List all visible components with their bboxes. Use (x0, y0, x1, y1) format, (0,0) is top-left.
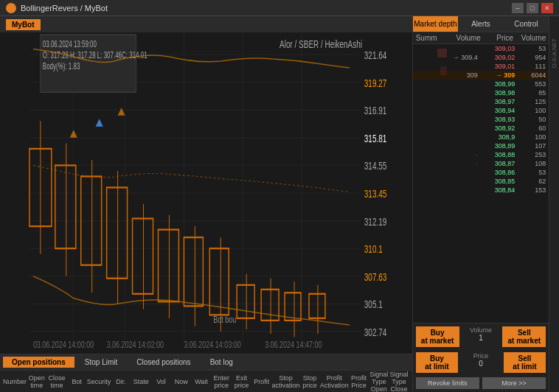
market-depth-panel[interactable]: Summ Volume Price Volume 309,03 53 → 309… (413, 32, 549, 323)
titlebar-left: BollingerRevers / MyBot (6, 3, 108, 13)
app-icon (6, 3, 16, 13)
vertical-sidebar: O-S-A.NET (549, 16, 559, 392)
tab-open-positions[interactable]: Open positions (3, 357, 74, 368)
col-stop-price: Stop price (299, 374, 319, 389)
md-row-buy-4[interactable]: 308,94 100 (413, 106, 549, 115)
col-vol: Vol (151, 378, 171, 385)
price-label: Price (459, 352, 502, 360)
svg-text:321.64: 321.64 (364, 49, 386, 62)
col-signal-type-open: Signal Type Open (369, 371, 389, 393)
volume-value: 1 (459, 334, 503, 342)
col-bot: Bot (67, 378, 87, 385)
volume-label: Volume (459, 326, 503, 334)
col-now: Now (171, 378, 191, 385)
price-value: 0 (459, 360, 502, 368)
minimize-button[interactable]: – (512, 3, 524, 13)
price-col: Price 0 (459, 352, 502, 375)
svg-text:O: 317.28 H: 317.28 L: 307.46C: O: 317.28 H: 317.28 L: 307.46C: 314.01 (43, 50, 147, 60)
right-panel: Market depth Alerts Control Summ Volume … (413, 16, 549, 392)
svg-text:3.06.2024 14:03:00: 3.06.2024 14:03:00 (184, 340, 240, 350)
md-col-volume: Volume (448, 34, 481, 42)
main-layout: MyBot (0, 16, 559, 392)
col-dir: Dir. (111, 378, 131, 385)
col-security: Security (87, 378, 111, 385)
close-button[interactable]: ✕ (541, 3, 553, 13)
svg-text:Alor / SBER / HeikenAshi: Alor / SBER / HeikenAshi (280, 38, 362, 51)
col-stop-activation: Stop activation (271, 374, 299, 389)
buy-at-limit-button[interactable]: Buyat limit (416, 352, 459, 373)
svg-text:3.06.2024 14:47:00: 3.06.2024 14:47:00 (265, 340, 322, 350)
col-wait: Wait (191, 378, 211, 385)
tab-market-depth[interactable]: Market depth (413, 16, 459, 32)
svg-text:03.06.2024 13:59:00: 03.06.2024 13:59:00 (43, 39, 97, 49)
svg-text:314.55: 314.55 (364, 159, 386, 172)
md-row-buy-11[interactable]: 308,86 53 (413, 168, 549, 177)
positions-table-header: Number Open time Close time Bot Security… (0, 370, 412, 392)
tab-control[interactable]: Control (504, 16, 549, 32)
col-open-time: Open time (27, 374, 46, 389)
col-profit-price: Profit Price (349, 374, 369, 389)
col-number: Number (3, 378, 27, 385)
revoke-limits-button[interactable]: Revoke limits (416, 377, 479, 389)
more-button[interactable]: More >> (482, 377, 546, 389)
svg-text:315.81: 315.81 (364, 132, 386, 145)
mybot-tab-bar: MyBot (0, 16, 412, 32)
bottom-tabs: Open positions Stop Limit Closed positio… (0, 354, 412, 370)
md-row-buy-2[interactable]: 308,98 85 (413, 88, 549, 97)
col-profit-activation: Profit Activation (320, 374, 349, 389)
tab-closed-positions[interactable]: Closed positions (128, 357, 199, 368)
md-row-buy-7[interactable]: 308,9 100 (413, 133, 549, 141)
md-row-buy-13[interactable]: 308,84 153 (413, 186, 549, 195)
svg-text:Body(%): 1.83: Body(%): 1.83 (43, 61, 80, 71)
sell-at-market-col: Sellat market (502, 326, 546, 349)
svg-text:319.27: 319.27 (364, 77, 386, 90)
md-row-buy-12[interactable]: 308,85 62 (413, 177, 549, 186)
sell-at-limit-col: Sellat limit (504, 352, 546, 375)
col-close-time: Close time (46, 374, 66, 389)
order-row-2: Buyat limit Price 0 Sellat limit (416, 352, 546, 375)
buy-at-limit-col: Buyat limit (416, 352, 459, 375)
maximize-button[interactable]: □ (527, 3, 538, 13)
md-row-buy-10[interactable]: · 308,87 108 (413, 159, 549, 168)
sell-at-market-button[interactable]: Sellat market (502, 326, 546, 347)
md-row-buy-1[interactable]: 308,99 553 (413, 80, 549, 88)
window-controls: – □ ✕ (512, 3, 553, 13)
svg-text:313.45: 313.45 (364, 187, 386, 200)
sidebar-label: O-S-A.NET (551, 38, 558, 68)
md-header: Summ Volume Price Volume (413, 32, 549, 44)
md-row-buy-5[interactable]: 308,93 50 (413, 115, 549, 124)
tab-bot-log[interactable]: Bot log (201, 357, 242, 368)
svg-text:312.19: 312.19 (364, 214, 386, 228)
chart-area[interactable]: 03.06.2024 13:59:00 O: 317.28 H: 317.28 … (0, 32, 412, 354)
col-signal-type-close: Signal Type Close (389, 371, 409, 393)
svg-text:310.1: 310.1 (364, 242, 383, 256)
svg-text:3.06.2024 14:02:00: 3.06.2024 14:02:00 (107, 340, 164, 350)
tab-stop-limit[interactable]: Stop Limit (76, 357, 126, 368)
svg-text:302.74: 302.74 (364, 326, 386, 339)
md-row-sell-3[interactable]: 309,01 111 (413, 62, 549, 71)
md-row-sell-2[interactable]: → 309.4 309,02 954 (413, 53, 549, 62)
left-panel: MyBot (0, 16, 413, 392)
sell-at-limit-button[interactable]: Sellat limit (504, 352, 546, 373)
md-row-sell-1[interactable]: 309,03 53 (413, 44, 549, 53)
tab-alerts[interactable]: Alerts (458, 16, 504, 32)
md-row-buy-9[interactable]: · 308,88 253 (413, 150, 549, 159)
right-tabs: Market depth Alerts Control (413, 16, 549, 32)
md-row-buy-3[interactable]: 308,97 125 (413, 97, 549, 106)
order-row-3: Revoke limits More >> (416, 377, 546, 389)
col-exit-price: Exit price (232, 374, 251, 389)
svg-text:305.1: 305.1 (364, 298, 383, 311)
order-row-1: Buyat market Volume 1 Sellat market (416, 326, 546, 349)
volume-col: Volume 1 (459, 326, 503, 349)
md-col-summ: Summ (416, 34, 448, 42)
mybot-tab-button[interactable]: MyBot (6, 19, 41, 30)
md-row-sell-4[interactable]: 309 → 309 6044 (413, 71, 549, 80)
svg-text:316.91: 316.91 (364, 104, 386, 117)
md-col-price: Price (481, 34, 513, 42)
col-profit: Profit (251, 378, 271, 385)
md-row-buy-6[interactable]: 308,92 60 (413, 124, 549, 133)
svg-text:Bot bou: Bot bou (213, 314, 236, 324)
buy-at-market-button[interactable]: Buyat market (416, 326, 459, 347)
md-row-buy-8[interactable]: 308,89 107 (413, 141, 549, 150)
svg-text:307.63: 307.63 (364, 270, 386, 284)
